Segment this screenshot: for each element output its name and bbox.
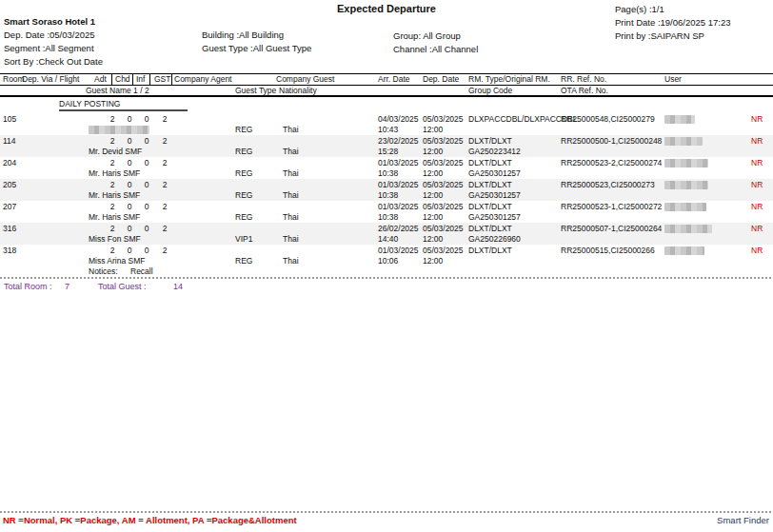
gst-count: 2 [153,246,176,256]
guest-name-redacted [89,126,149,134]
filter-sort-by: Sort By :Check Out Date [4,56,103,67]
guest-type: REG [235,168,252,179]
room-number: 207 [3,202,16,212]
arr-time: 15:28 [378,147,398,157]
table-row: 316 2 0 0 2 Miss Fon SMF VIP1 Thai 26/02… [0,223,773,245]
dep-time: 12:00 [423,147,443,157]
arr-date: 04/03/2025 [378,114,419,125]
rm-type: DLXT/DLXT [468,180,512,190]
nationality: Thai [283,256,299,266]
dep-time: 12:00 [423,212,443,223]
table-header-row-1: Room Dep. Via / Flight Adt Chd Inf GST C… [0,74,773,85]
section-title-daily-posting: DAILY POSTING [59,99,120,108]
table-header-row-2: Guest Name 1 / 2 Guest Type Nationality … [0,86,773,96]
gst-count: 2 [153,202,176,212]
gst-count: 2 [153,180,176,190]
col-rr-ref-no: RR. Ref. No. [561,74,606,85]
expected-departure-report: Expected Departure Smart Soraso Hotel 1 … [0,0,773,532]
gst-count: 2 [153,136,176,147]
section-underline [59,109,188,111]
rate-flag: NR [751,158,763,168]
dep-date: 05/03/2025 [423,158,464,168]
rr-ref-no: RR25000507-1,CI25000264 [561,224,662,234]
col-company-agent: Company Agent [174,74,231,85]
guest-type: REG [235,256,252,266]
filter-group: Group: All Group [393,30,461,41]
table-row: 105 2 0 0 2 REG Thai 04/03/2025 10:43 05… [0,113,773,135]
rm-type: DLXT/DLXT [468,158,512,168]
group-code: GA250223412 [468,147,521,157]
rate-flag: NR [751,246,763,256]
dep-time: 12:00 [423,168,443,179]
total-guest-label: Total Guest : [98,282,147,291]
rate-flag: NR [751,136,763,147]
guest-type: REG [235,212,252,223]
rr-ref-no: RR25000523-2,CI25000274 [561,158,662,168]
rr-ref-no: RR25000523-1,CI25000272 [561,202,662,212]
arr-date: 01/03/2025 [378,246,419,256]
dep-time: 12:00 [423,256,443,266]
total-room-label: Total Room : [4,282,52,291]
col-ota-ref-no: OTA Ref. No. [561,86,608,96]
print-date-label: Print Date :19/06/2025 17:23 [615,17,730,28]
room-number: 204 [3,158,16,168]
dep-date: 05/03/2025 [423,202,464,212]
col-user: User [664,74,682,85]
user-redacted [664,203,706,211]
notices-label: Notices: [89,266,118,277]
arr-time: 10:38 [378,190,398,201]
table-row: 318 2 0 0 2 Miss Arina SMF REG Thai 01/0… [0,245,773,277]
dep-date: 05/03/2025 [423,136,464,147]
guest-name: Miss Fon SMF [89,234,141,245]
table-row: 205 2 0 0 2 Mr. Haris SMF REG Thai 01/03… [0,179,773,201]
group-code: GA250301257 [468,212,521,223]
col-chd: Chd [115,74,130,85]
hotel-name: Smart Soraso Hotel 1 [4,16,95,27]
table-row: 114 2 0 0 2 Mr. Devid SMF REG Thai 23/02… [0,135,773,157]
col-guest-type: Guest Type [235,86,276,96]
guest-name: Mr. Haris SMF [89,190,140,201]
total-guest-value: 14 [173,282,183,291]
rr-ref-no: RR25000515,CI25000266 [561,246,655,256]
guest-name: Mr. Haris SMF [89,212,140,223]
col-nationality: Nationality [279,86,317,96]
guest-name: Mr. Devid SMF [89,147,142,157]
room-number: 105 [3,114,16,125]
rr-ref-no: RR25000548,CI25000279 [561,114,655,125]
arr-date: 01/03/2025 [378,202,419,212]
dep-time: 12:00 [423,234,443,245]
guest-type: REG [235,147,252,157]
filter-segment: Segment :All Segment [4,43,94,53]
arr-date: 23/02/2025 [378,136,419,147]
rm-type: DLXT/DLXT [468,202,512,212]
col-guest-name: Guest Name 1 / 2 [86,86,149,96]
col-company-guest: Company Guest [276,74,334,85]
rate-flag: NR [751,180,763,190]
nationality: Thai [283,147,299,157]
nationality: Thai [283,125,299,135]
filter-building: Building :All Building [202,30,284,40]
user-redacted [664,181,708,189]
rate-flag: NR [751,202,763,212]
rm-type: DLXT/DLXT [468,246,512,256]
rr-ref-no: RR25000523,CI25000273 [561,180,655,190]
guest-name: Miss Arina SMF [89,256,146,266]
guest-type: VIP1 [235,234,252,245]
table-row: 207 2 0 0 2 Mr. Haris SMF REG Thai 01/03… [0,201,773,223]
rr-ref-no: RR25000500-1,CI25000248 [561,136,662,147]
rm-type: DLXT/DLXT [468,224,512,234]
col-adt: Adt [94,74,107,85]
arr-time: 14:40 [378,234,398,245]
total-room-value: 7 [65,282,69,291]
user-redacted [664,115,695,124]
col-arr-date: Arr. Date [378,74,410,85]
filter-channel: Channel :All Channel [393,44,478,54]
dep-date: 05/03/2025 [423,180,464,190]
totals-separator [0,277,771,279]
room-number: 205 [3,180,16,190]
guest-type: REG [235,190,252,201]
arr-date: 01/03/2025 [378,180,419,190]
col-group-code: Group Code [468,86,512,96]
col-inf: Inf [136,74,145,85]
dep-time: 12:00 [423,190,443,201]
